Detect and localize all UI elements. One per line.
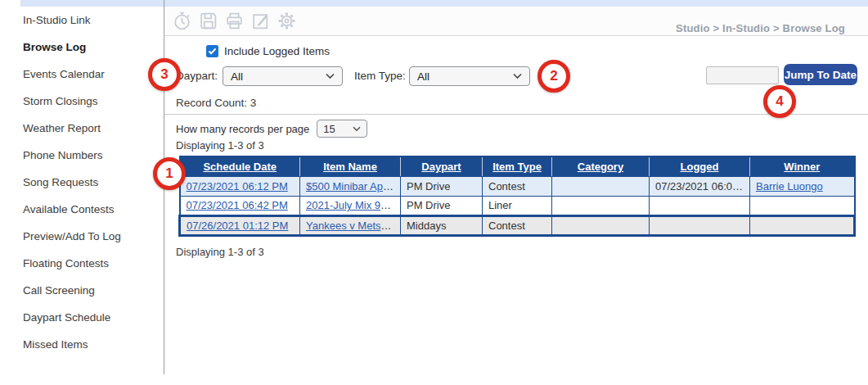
include-logged-checkbox[interactable] — [206, 45, 218, 57]
cell-logged: 07/23/2021 06:09 PM — [650, 176, 750, 196]
cell-item-name: $500 Minibar App Gift ... — [300, 176, 401, 196]
cell-item-name: Yankees v Mets @ Citi ... — [300, 215, 401, 235]
daypart-label: Daypart: — [176, 70, 218, 82]
chevron-down-icon — [353, 126, 361, 132]
chevron-down-icon — [326, 73, 335, 79]
cell-winner: Barrie Luongo — [750, 176, 855, 196]
column-header-logged[interactable]: Logged — [650, 156, 750, 176]
records-per-page-row: How many records per page 15 — [176, 120, 367, 138]
sidebar-item-floating-contests[interactable]: Floating Contests — [0, 250, 164, 277]
column-header-item-type[interactable]: Item Type — [483, 156, 552, 176]
sidebar-item-storm-closings[interactable]: Storm Closings — [0, 88, 164, 115]
sidebar-item-call-screening[interactable]: Call Screening — [0, 277, 164, 304]
annotation-callout-4: 4 — [763, 85, 796, 118]
cell-winner — [750, 196, 855, 215]
table-header-row: Schedule Date Item Name Daypart Item Typ… — [180, 156, 855, 176]
include-logged-label: Include Logged Items — [224, 45, 330, 57]
item-name-link[interactable]: 2021-July Mix 96 App — [306, 199, 401, 211]
record-count: Record Count: 3 — [176, 97, 256, 109]
cell-winner — [750, 215, 855, 235]
toolbar: Studio > In-Studio > Browse Log — [164, 7, 868, 36]
sidebar-item-phone-numbers[interactable]: Phone Numbers — [0, 142, 164, 169]
item-type-select[interactable]: All — [409, 66, 530, 86]
jump-to-date-button[interactable]: Jump To Date — [784, 64, 857, 85]
cell-category — [552, 176, 650, 196]
item-type-select-value: All — [417, 70, 430, 83]
browse-log-table: Schedule Date Item Name Daypart Item Typ… — [178, 156, 856, 237]
sidebar-item-browse-log[interactable]: Browse Log — [0, 34, 164, 61]
cell-item-type: Contest — [483, 176, 552, 196]
records-per-page-value: 15 — [323, 123, 335, 135]
column-header-daypart[interactable]: Daypart — [401, 156, 483, 176]
cell-schedule-date: 07/23/2021 06:12 PM — [180, 176, 300, 196]
cell-logged — [650, 215, 750, 235]
cell-category — [552, 215, 650, 235]
table-row: 07/23/2021 06:42 PM 2021-July Mix 96 App… — [180, 196, 855, 215]
table-row-selected: 07/26/2021 01:12 PM Yankees v Mets @ Cit… — [180, 215, 855, 235]
sidebar-item-song-requests[interactable]: Song Requests — [0, 169, 164, 196]
breadcrumb: Studio > In-Studio > Browse Log — [676, 22, 845, 34]
records-per-page-label: How many records per page — [176, 123, 309, 135]
cell-schedule-date: 07/23/2021 06:42 PM — [180, 196, 300, 215]
cell-daypart: PM Drive — [401, 176, 483, 196]
cell-daypart: Middays — [401, 215, 483, 235]
stopwatch-icon[interactable] — [172, 11, 192, 31]
daypart-select-value: All — [231, 70, 243, 83]
column-header-category[interactable]: Category — [552, 156, 650, 176]
annotation-callout-2: 2 — [537, 60, 570, 93]
cell-category — [552, 196, 650, 215]
cell-item-type: Contest — [483, 215, 552, 235]
sidebar: In-Studio Link Browse Log Events Calenda… — [0, 7, 164, 358]
include-logged-row: Include Logged Items — [206, 45, 330, 57]
sidebar-item-preview-add-to-log[interactable]: Preview/Add To Log — [0, 223, 164, 250]
cell-item-name: 2021-July Mix 96 App — [300, 196, 401, 215]
sidebar-item-events-calendar[interactable]: Events Calendar — [0, 61, 164, 88]
displaying-count-top: Displaying 1-3 of 3 — [176, 139, 264, 152]
sidebar-item-available-contests[interactable]: Available Contests — [0, 196, 164, 223]
annotation-callout-1: 1 — [153, 157, 186, 190]
cell-logged — [650, 196, 750, 215]
schedule-date-link[interactable]: 07/26/2021 01:12 PM — [187, 220, 288, 232]
print-icon[interactable] — [224, 11, 245, 31]
schedule-date-link[interactable]: 07/23/2021 06:12 PM — [187, 180, 288, 192]
edit-icon[interactable] — [250, 11, 271, 31]
cell-daypart: PM Drive — [401, 196, 483, 215]
sidebar-item-in-studio-link[interactable]: In-Studio Link — [0, 7, 164, 34]
winner-link[interactable]: Barrie Luongo — [756, 180, 823, 192]
table-row: 07/23/2021 06:12 PM $500 Minibar App Gif… — [180, 176, 855, 196]
item-name-link[interactable]: $500 Minibar App Gift ... — [306, 180, 401, 192]
jump-to-date-input[interactable] — [706, 66, 779, 84]
item-type-label: Item Type: — [354, 70, 406, 82]
schedule-date-link[interactable]: 07/23/2021 06:42 PM — [187, 199, 288, 211]
main-content: Studio > In-Studio > Browse Log Include … — [164, 0, 868, 385]
column-header-schedule-date[interactable]: Schedule Date — [180, 156, 300, 176]
sidebar-item-weather-report[interactable]: Weather Report — [0, 115, 164, 142]
cell-item-type: Liner — [483, 196, 552, 215]
gear-icon[interactable] — [277, 11, 297, 31]
item-name-link[interactable]: Yankees v Mets @ Citi ... — [306, 220, 401, 232]
records-per-page-select[interactable]: 15 — [317, 120, 367, 138]
save-icon[interactable] — [198, 11, 218, 31]
chevron-down-icon — [513, 73, 522, 79]
section-divider — [164, 114, 868, 115]
annotation-callout-3: 3 — [148, 58, 181, 91]
daypart-select[interactable]: All — [223, 66, 343, 86]
sidebar-item-daypart-schedule[interactable]: Daypart Schedule — [0, 304, 164, 331]
displaying-count-bottom: Displaying 1-3 of 3 — [176, 246, 264, 258]
column-header-item-name[interactable]: Item Name — [300, 156, 401, 176]
cell-schedule-date: 07/26/2021 01:12 PM — [180, 215, 300, 235]
sidebar-item-missed-items[interactable]: Missed Items — [0, 331, 164, 358]
column-header-winner[interactable]: Winner — [750, 156, 855, 176]
